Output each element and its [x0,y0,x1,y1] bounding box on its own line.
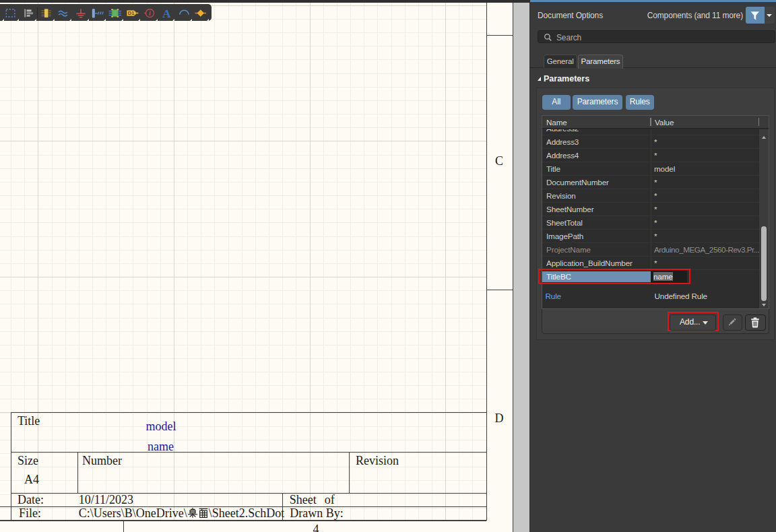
svg-text:A: A [162,7,171,20]
svg-text:D1: D1 [128,10,135,16]
svg-text:i: i [149,9,151,17]
